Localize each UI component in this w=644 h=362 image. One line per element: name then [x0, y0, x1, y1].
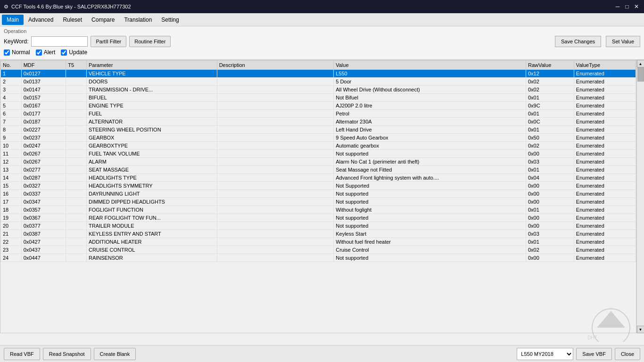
table-row[interactable]: 30x0147TRANSMISSION - DRIVE...All Wheel …	[1, 86, 636, 94]
set-value-button[interactable]: Set Value	[606, 36, 640, 47]
table-row[interactable]: 240x0447RAINSENSORNot supported0x00Enume…	[1, 254, 636, 262]
col-header-mdf: MDF	[21, 61, 66, 70]
title-bar-controls: ─ □ ✕	[614, 3, 640, 10]
alert-checkbox[interactable]	[36, 49, 42, 56]
table-row[interactable]: 230x0437CRUISE CONTROLCruise Control0x02…	[1, 246, 636, 254]
table-header-row: No. MDF T5 Parameter Description Value R…	[1, 61, 636, 70]
routine-filter-button[interactable]: Routine Fitter	[129, 36, 171, 47]
normal-checkbox-group: Normal	[4, 49, 30, 56]
save-changes-button[interactable]: Save Changes	[555, 36, 601, 47]
col-header-valtype: ValueType	[574, 61, 636, 70]
scroll-up-button[interactable]: ▲	[637, 60, 644, 67]
table-row[interactable]: 10x0127VEHICLE TYPEL5500x12Enumerated	[1, 70, 636, 78]
table-row[interactable]: 50x0167ENGINE TYPEAJ200P 2.0 litre0x9CEn…	[1, 102, 636, 110]
table-row[interactable]: 20x0137DOORS5 Door0x02Enumerated	[1, 78, 636, 86]
update-checkbox[interactable]	[61, 49, 67, 56]
title-bar: ⚙ CCF Tools 4.6 By:Blue sky - SALCP2RX8J…	[0, 0, 644, 13]
menu-item-setting[interactable]: Setting	[157, 15, 183, 25]
table-row[interactable]: 130x0277SEAT MASSAGESeat Massage not Fit…	[1, 166, 636, 174]
menu-item-advanced[interactable]: Advanced	[24, 15, 58, 25]
table-row[interactable]: 150x0327HEADLIGHTS SYMMETRYNot Supported…	[1, 182, 636, 190]
operation-section: Operation KeyWord: PartII Filter Routine…	[0, 26, 644, 60]
table-row[interactable]: 80x0227STEERING WHEEL POSITIONLeft Hand …	[1, 126, 636, 134]
alert-checkbox-group: Alert	[36, 49, 56, 56]
normal-label: Normal	[12, 49, 30, 56]
operation-row2: Normal Alert Update	[4, 49, 640, 56]
scroll-thumb[interactable]	[637, 67, 644, 82]
col-header-rawval: RawValue	[526, 61, 574, 70]
title-bar-left: ⚙ CCF Tools 4.6 By:Blue sky - SALCP2RX8J…	[4, 4, 131, 10]
table-row[interactable]: 110x0267FUEL TANK VOLUMENot supported0x0…	[1, 150, 636, 158]
table-row[interactable]: 140x0287HEADLIGHTS TYPEAdvanced Front li…	[1, 174, 636, 182]
scroll-down-button[interactable]: ▼	[637, 326, 644, 333]
keyword-label: KeyWord:	[4, 38, 28, 45]
scrollbar-col: ▲ ▼	[636, 60, 644, 333]
menu-item-translation[interactable]: Translation	[119, 15, 157, 25]
data-table-container[interactable]: No. MDF T5 Parameter Description Value R…	[0, 60, 636, 333]
table-row[interactable]: 160x0337DAYRUNNING LIGHTNot supported0x0…	[1, 190, 636, 198]
menu-item-compare[interactable]: Compare	[87, 15, 119, 25]
table-row[interactable]: 190x0367REAR FOGLIGHT TOW FUN...Not supp…	[1, 214, 636, 222]
operation-title: Operation	[4, 28, 640, 34]
col-header-desc: Description	[217, 61, 334, 70]
minimize-button[interactable]: ─	[614, 3, 621, 10]
table-row[interactable]: 70x0187ALTERNATORAlternator 230A0x0CEnum…	[1, 118, 636, 126]
close-button[interactable]: ✕	[633, 3, 640, 10]
keyword-input[interactable]	[31, 36, 88, 47]
table-row[interactable]: 170x0347DIMMED DIPPED HEADLIGHTSNot supp…	[1, 198, 636, 206]
table-body: 10x0127VEHICLE TYPEL5500x12Enumerated20x…	[1, 70, 636, 262]
menu-item-ruleset[interactable]: Ruleset	[58, 15, 87, 25]
menu-bar: Main Advanced Ruleset Compare Translatio…	[0, 13, 644, 26]
table-row[interactable]: 210x0387KEYLESS ENTRY AND STARTKeyless S…	[1, 230, 636, 238]
col-header-value: Value	[334, 61, 526, 70]
main-content: No. MDF T5 Parameter Description Value R…	[0, 60, 644, 333]
table-row[interactable]: 180x0357FOGLIGHT FUNCTIONWithout fogligh…	[1, 206, 636, 214]
partii-filter-button[interactable]: PartII Filter	[91, 36, 126, 47]
menu-item-main[interactable]: Main	[2, 15, 24, 25]
table-row[interactable]: 100x0247GEARBOXTYPEAutomatic gearbox0x02…	[1, 142, 636, 150]
table-row[interactable]: 90x0237GEARBOX9 Speed Auto Gearbox0x50En…	[1, 134, 636, 142]
col-header-param: Parameter	[86, 61, 217, 70]
operation-row1: KeyWord: PartII Filter Routine Fitter Sa…	[4, 36, 640, 47]
update-label: Update	[69, 49, 87, 56]
table-row[interactable]: 120x0267ALARMAlarm No Cat 1 (perimeter a…	[1, 158, 636, 166]
col-header-no: No.	[1, 61, 22, 70]
app-title: CCF Tools 4.6 By:Blue sky - SALCP2RX8JH7…	[11, 4, 131, 9]
data-table: No. MDF T5 Parameter Description Value R…	[0, 60, 636, 262]
table-row[interactable]: 40x0157BIFUELNot Bifuel0x01Enumerated	[1, 94, 636, 102]
maximize-button[interactable]: □	[623, 3, 631, 10]
normal-checkbox[interactable]	[4, 49, 10, 56]
table-row[interactable]: 60x0177FUELPetrol0x01Enumerated	[1, 110, 636, 118]
app-icon: ⚙	[4, 4, 8, 10]
update-checkbox-group: Update	[61, 49, 87, 56]
scroll-track	[637, 67, 644, 326]
col-header-t5: T5	[66, 61, 87, 70]
alert-label: Alert	[44, 49, 56, 56]
table-row[interactable]: 200x0377TRAILER MODULENot supported0x00E…	[1, 222, 636, 230]
table-wrapper: No. MDF T5 Parameter Description Value R…	[0, 60, 644, 333]
table-row[interactable]: 220x0427ADDITIONAL HEATERWithout fuel fi…	[1, 238, 636, 246]
